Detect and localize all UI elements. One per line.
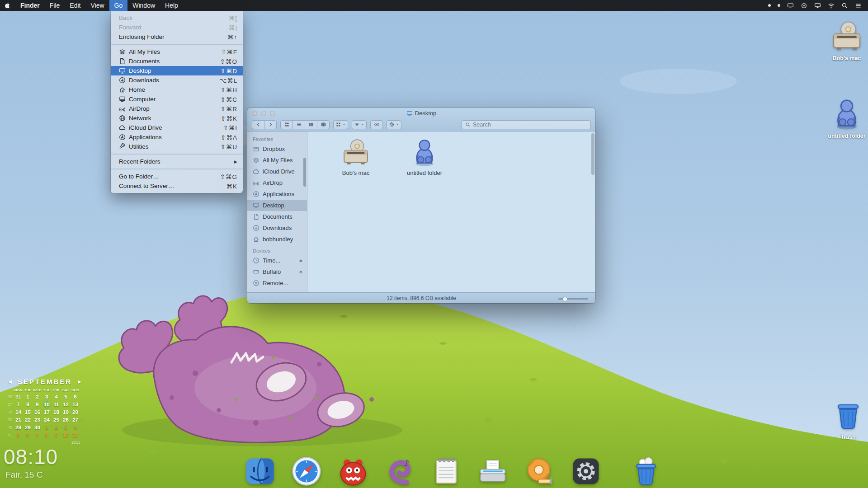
menu-item-back[interactable]: Back⌘[ bbox=[111, 13, 243, 23]
forward-button[interactable] bbox=[264, 120, 277, 129]
menu-item-shortcut: ⇧⌘A bbox=[221, 134, 237, 141]
dot-icon[interactable] bbox=[778, 4, 780, 7]
menu-item-downloads[interactable]: Downloads⌥⌘L bbox=[111, 75, 243, 85]
menu-item-home[interactable]: Home⇧⌘H bbox=[111, 85, 243, 94]
dock-music[interactable] bbox=[384, 455, 415, 487]
calendar-day: 2 bbox=[52, 424, 61, 432]
wifi-icon[interactable] bbox=[828, 2, 835, 9]
menu-file[interactable]: File bbox=[45, 0, 65, 11]
sidebar-item-remote[interactable]: Remote... bbox=[247, 277, 307, 289]
sidebar-item-time[interactable]: Time... bbox=[247, 255, 307, 266]
menu-finder[interactable]: Finder bbox=[15, 0, 45, 11]
desktop-icon-untitled-folder[interactable]: untitled folder bbox=[824, 98, 868, 139]
menu-item-shortcut: ⇧⌘I bbox=[223, 124, 237, 131]
eject-icon[interactable] bbox=[298, 269, 303, 274]
sidebar-item-label: All My Files bbox=[263, 157, 292, 164]
menu-view[interactable]: View bbox=[85, 0, 109, 11]
dock-monster[interactable] bbox=[337, 455, 369, 487]
view-coverflow-button[interactable] bbox=[317, 120, 330, 129]
dock-prefs[interactable] bbox=[570, 455, 602, 487]
target-icon[interactable] bbox=[801, 2, 807, 9]
dock-tape[interactable] bbox=[524, 455, 555, 487]
calendar-day: 1 bbox=[42, 424, 52, 432]
apple-menu[interactable] bbox=[0, 2, 15, 9]
back-button[interactable] bbox=[252, 120, 264, 129]
view-columns-button[interactable] bbox=[305, 120, 317, 129]
calendar-day: 26 bbox=[61, 416, 71, 424]
sidebar-item-documents[interactable]: Documents bbox=[247, 211, 307, 222]
menu-item-connect-to-server[interactable]: Connect to Server…⌘K bbox=[111, 181, 243, 191]
eject-icon[interactable] bbox=[298, 258, 303, 263]
search-icon[interactable] bbox=[841, 2, 848, 9]
menu-item-all-my-files[interactable]: All My Files⇧⌘F bbox=[111, 47, 243, 56]
menu-item-applications[interactable]: Applications⇧⌘A bbox=[111, 132, 243, 142]
settings-button[interactable] bbox=[387, 120, 401, 129]
zoom-slider[interactable] bbox=[558, 298, 588, 300]
menu-go[interactable]: Go bbox=[109, 0, 128, 11]
sidebar-item-airdrop[interactable]: AirDrop bbox=[247, 177, 307, 188]
search-placeholder: Search bbox=[473, 122, 491, 128]
dock-notes[interactable] bbox=[430, 455, 462, 487]
dock-finder[interactable] bbox=[244, 455, 276, 487]
arrange-button[interactable] bbox=[333, 120, 348, 129]
minimize-button[interactable] bbox=[261, 111, 266, 116]
menu-item-go-to-folder[interactable]: Go to Folder…⇧⌘G bbox=[111, 172, 243, 181]
menu-item-computer[interactable]: Computer⇧⌘C bbox=[111, 94, 243, 104]
desktop-icon-bobs-mac[interactable]: Bob's mac bbox=[824, 20, 868, 61]
sidebar-item-all-my-files[interactable]: All My Files bbox=[247, 155, 307, 166]
view-list-button[interactable] bbox=[292, 120, 305, 129]
menu-item-enclosing-folder[interactable]: Enclosing Folder⌘↑ bbox=[111, 32, 243, 42]
menu-item-desktop[interactable]: Desktop⇧⌘D bbox=[111, 66, 243, 75]
sidebar-item-downloads[interactable]: Downloads bbox=[247, 222, 307, 234]
calendar-prev-icon[interactable]: ◀ bbox=[6, 379, 14, 384]
sidebar-item-icloud-drive[interactable]: iCloud Drive bbox=[247, 166, 307, 177]
calendar-day: 14 bbox=[14, 408, 23, 416]
action-list-button[interactable] bbox=[352, 120, 367, 129]
calendar-day: 15 bbox=[23, 408, 33, 416]
window-header[interactable]: Desktop Search bbox=[247, 108, 595, 131]
menu-item-icloud-drive[interactable]: iCloud Drive⇧⌘I bbox=[111, 123, 243, 132]
airplay-icon[interactable] bbox=[814, 2, 821, 9]
menu-edit[interactable]: Edit bbox=[65, 0, 85, 11]
menu-item-airdrop[interactable]: AirDrop⇧⌘R bbox=[111, 104, 243, 113]
dot-icon[interactable] bbox=[768, 4, 771, 7]
menu-help[interactable]: Help bbox=[160, 0, 183, 11]
menu-item-utilities[interactable]: Utilities⇧⌘U bbox=[111, 142, 243, 151]
dock-safari[interactable] bbox=[291, 455, 322, 487]
view-icons-button[interactable] bbox=[280, 120, 293, 129]
menu-item-documents[interactable]: Documents⇧⌘O bbox=[111, 56, 243, 66]
content-scrollbar[interactable] bbox=[591, 133, 594, 175]
desktop-icon-label: untitled folder bbox=[828, 133, 865, 139]
dock-bin[interactable] bbox=[630, 455, 662, 487]
menu-item-recent-folders[interactable]: Recent Folders▶ bbox=[111, 157, 243, 166]
finder-content[interactable]: Bob's macuntitled folder bbox=[307, 131, 595, 292]
menu-item-forward[interactable]: Forward⌘] bbox=[111, 23, 243, 32]
sidebar-item-buffalo[interactable]: Buffalo bbox=[247, 266, 307, 277]
menu-window[interactable]: Window bbox=[127, 0, 160, 11]
sidebar-item-bobhundley[interactable]: bobhundley bbox=[247, 234, 307, 245]
calendar-day: 6 bbox=[71, 393, 80, 401]
calendar-day: 21 bbox=[14, 416, 23, 424]
search-input[interactable]: Search bbox=[462, 120, 591, 129]
display-icon[interactable] bbox=[787, 2, 794, 9]
calendar-day: 22 bbox=[23, 416, 33, 424]
menu-item-network[interactable]: Network⇧⌘K bbox=[111, 113, 243, 123]
dock-scanner[interactable] bbox=[477, 455, 509, 487]
trash[interactable]: Trash bbox=[826, 399, 868, 440]
file-bob-s-mac[interactable]: Bob's mac bbox=[326, 138, 385, 176]
sidebar-item-dropbox[interactable]: Dropbox bbox=[247, 143, 307, 155]
zoom-button[interactable] bbox=[270, 111, 275, 116]
search-icon bbox=[465, 122, 471, 127]
sidebar-item-applications[interactable]: Applications bbox=[247, 188, 307, 200]
close-button[interactable] bbox=[252, 111, 257, 116]
file-untitled-folder[interactable]: untitled folder bbox=[395, 138, 454, 176]
sidebar-item-label: Documents bbox=[263, 213, 292, 220]
calendar-next-icon[interactable]: ▶ bbox=[76, 379, 83, 384]
menu-item-shortcut: ⇧⌘D bbox=[220, 67, 237, 75]
zoom-slider-knob[interactable] bbox=[562, 296, 567, 301]
notif-icon[interactable] bbox=[855, 2, 862, 9]
sidebar-scrollbar[interactable] bbox=[303, 158, 306, 187]
menu-item-shortcut: ⌘] bbox=[229, 24, 237, 31]
sidebar-item-desktop[interactable]: Desktop bbox=[247, 200, 307, 211]
quicklook-button[interactable] bbox=[370, 120, 383, 129]
